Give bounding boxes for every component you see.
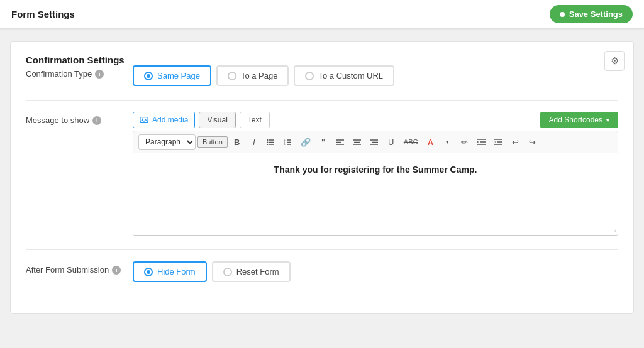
align-center-icon	[353, 138, 361, 146]
toolbar-redo-button[interactable]: ↪	[525, 134, 540, 150]
message-to-show-row: Message to show i Add media Vis	[26, 112, 618, 236]
gear-button[interactable]: ⚙	[604, 51, 625, 71]
tab-visual[interactable]: Visual	[199, 112, 235, 128]
toolbar-link-button[interactable]: 🔗	[297, 134, 314, 150]
radio-label-same-page: Same Page	[157, 71, 200, 80]
message-to-show-controls: Add media Visual Text Add Shortcodes ▾	[133, 112, 618, 236]
toolbar-align-right-button[interactable]	[367, 134, 382, 150]
editor-toolbar: Paragraph Button B I 1.2.3. 🔗	[133, 131, 618, 153]
toolbar-ol-button[interactable]: 1.2.3.	[280, 134, 296, 150]
toolbar-bold-button[interactable]: B	[230, 134, 245, 150]
after-submission-controls: Hide Form Reset Form	[133, 261, 618, 282]
toolbar-blockquote-button[interactable]: "	[316, 134, 331, 150]
add-media-button[interactable]: Add media	[133, 112, 195, 128]
toolbar-outdent-button[interactable]	[491, 134, 506, 150]
confirmation-type-radio-group: Same Page To a Page To a Custom URL	[133, 65, 618, 86]
radio-dot-custom-url	[305, 72, 314, 80]
radio-reset-form[interactable]: Reset Form	[212, 261, 291, 282]
top-bar: Form Settings Save Settings	[0, 0, 644, 29]
message-top-bar: Add media Visual Text Add Shortcodes ▾	[133, 112, 618, 128]
save-settings-label: Save Settings	[569, 9, 623, 19]
indent-icon	[477, 138, 486, 146]
radio-custom-url[interactable]: To a Custom URL	[294, 65, 394, 86]
after-submission-label: After Form Submission i	[26, 261, 133, 275]
radio-hide-form[interactable]: Hide Form	[133, 261, 207, 282]
confirmation-type-info-icon[interactable]: i	[95, 70, 104, 79]
radio-dot-inner-same-page	[147, 74, 150, 78]
toolbar-pencil-button[interactable]: ✏	[457, 134, 472, 150]
confirmation-settings-card: Confirmation Settings ⚙ Confirmation Typ…	[10, 41, 634, 314]
radio-label-reset-form: Reset Form	[236, 267, 279, 276]
tab-text[interactable]: Text	[240, 112, 270, 128]
chevron-down-icon: ▾	[606, 117, 609, 124]
toolbar-align-left-button[interactable]	[333, 134, 348, 150]
editor-body-text: Thank you for registering for the Summer…	[142, 165, 609, 175]
toolbar-font-color-button[interactable]: A	[423, 134, 438, 150]
add-shortcodes-label: Add Shortcodes	[549, 116, 602, 124]
radio-dot-hide-form	[144, 268, 153, 276]
radio-dot-inner-hide-form	[147, 270, 150, 274]
confirmation-type-controls: Same Page To a Page To a Custom URL	[133, 65, 618, 86]
svg-point-6	[267, 141, 269, 143]
align-right-icon	[370, 138, 378, 146]
toolbar-italic-button[interactable]: I	[247, 134, 262, 150]
add-media-icon	[140, 116, 148, 124]
radio-dot-same-page	[144, 72, 153, 80]
paragraph-select[interactable]: Paragraph	[138, 134, 196, 150]
svg-point-5	[267, 139, 269, 141]
main-content: Confirmation Settings ⚙ Confirmation Typ…	[0, 29, 644, 327]
editor-body[interactable]: Thank you for registering for the Summer…	[133, 153, 618, 235]
message-info-icon[interactable]: i	[92, 116, 101, 125]
divider-1	[26, 100, 618, 101]
after-submission-radio-group: Hide Form Reset Form	[133, 261, 618, 282]
add-shortcodes-button[interactable]: Add Shortcodes ▾	[540, 112, 618, 128]
ol-icon: 1.2.3.	[284, 138, 292, 146]
outdent-icon	[494, 138, 502, 146]
radio-to-a-page[interactable]: To a Page	[216, 65, 289, 86]
radio-dot-to-a-page	[228, 72, 236, 80]
editor-container: Paragraph Button B I 1.2.3. 🔗	[133, 131, 618, 236]
toolbar-font-color-arrow[interactable]: ▾	[440, 134, 455, 150]
toolbar-undo-button[interactable]: ↩	[508, 134, 523, 150]
divider-2	[26, 249, 618, 250]
save-settings-button[interactable]: Save Settings	[550, 5, 633, 23]
radio-same-page[interactable]: Same Page	[133, 65, 211, 86]
after-submission-info-icon[interactable]: i	[112, 266, 121, 275]
toolbar-ul-button[interactable]	[264, 134, 279, 150]
radio-label-hide-form: Hide Form	[157, 267, 196, 276]
toolbar-strikethrough-button[interactable]: ABC	[401, 134, 421, 150]
card-title: Confirmation Settings	[26, 55, 125, 65]
align-left-icon	[336, 138, 344, 146]
radio-label-to-a-page: To a Page	[241, 71, 278, 80]
toolbar-underline-button[interactable]: U	[384, 134, 399, 150]
svg-point-7	[267, 144, 269, 145]
toolbar-align-center-button[interactable]	[350, 134, 365, 150]
toolbar-button-label[interactable]: Button	[197, 136, 228, 148]
page-title: Form Settings	[11, 9, 75, 19]
after-submission-row: After Form Submission i Hide Form Reset …	[26, 261, 618, 282]
svg-text:3.: 3.	[284, 143, 286, 146]
radio-label-custom-url: To a Custom URL	[318, 71, 383, 80]
resize-handle-icon[interactable]: ⌟	[613, 225, 616, 234]
save-dot-icon	[560, 12, 565, 17]
svg-rect-0	[140, 117, 148, 123]
gear-icon: ⚙	[611, 55, 619, 67]
message-to-show-label: Message to show i	[26, 112, 133, 125]
add-media-label: Add media	[152, 116, 188, 124]
confirmation-type-row: Confirmation Type i Same Page To a Page	[26, 65, 618, 86]
radio-dot-reset-form	[223, 268, 232, 276]
toolbar-indent-button[interactable]	[474, 134, 489, 150]
confirmation-type-label: Confirmation Type i	[26, 65, 133, 79]
ul-icon	[267, 138, 275, 146]
